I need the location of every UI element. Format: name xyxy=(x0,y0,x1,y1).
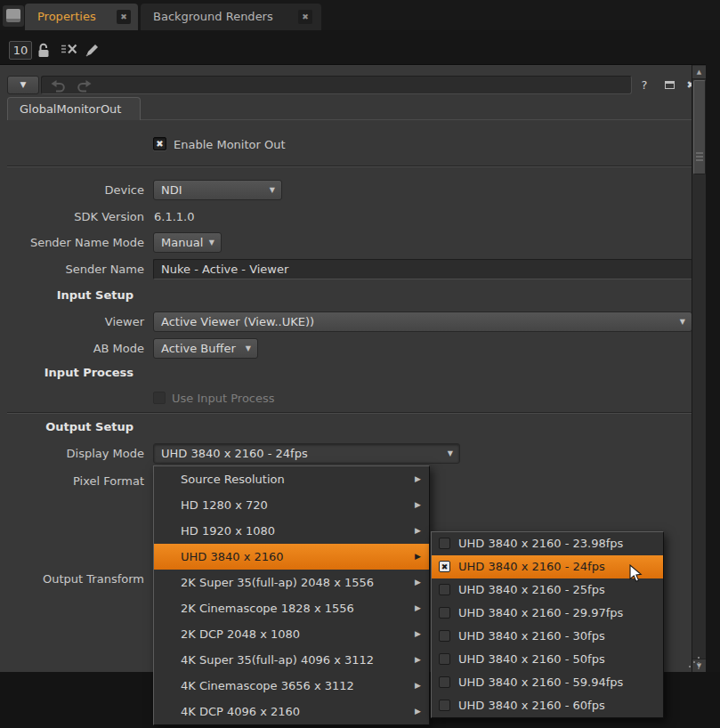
redo-icon[interactable] xyxy=(76,80,92,93)
menu-item-label: 4K DCP 4096 x 2160 xyxy=(181,699,300,724)
display-mode-label: Display Mode xyxy=(0,443,144,464)
enable-monitor-out-checkbox[interactable]: ✖ xyxy=(153,137,166,150)
input-process-group-row: Input Process xyxy=(0,364,700,384)
dropdown-arrow-icon: ▼ xyxy=(680,312,685,331)
menu-item-uhd-3840x2160[interactable]: UHD 3840 x 2160 ▶ xyxy=(154,544,429,570)
edit-pencil-icon[interactable] xyxy=(85,43,107,59)
submenu-item-60fps[interactable]: UHD 3840 x 2160 - 60fps xyxy=(432,694,663,717)
undo-icon[interactable] xyxy=(51,80,67,93)
tab-properties[interactable]: Properties ✖ xyxy=(25,4,138,30)
dropdown-arrow-icon: ▼ xyxy=(270,181,275,199)
undo-icon-svg xyxy=(51,80,66,93)
input-setup-group-row: Input Setup xyxy=(0,287,700,307)
pane-menu-glyph xyxy=(6,9,20,22)
lock-icon-svg xyxy=(37,43,51,58)
display-mode-row: Display Mode UHD 3840 x 2160 - 24fps ▼ xyxy=(0,443,700,464)
viewer-row: Viewer Active Viewer (View..UKE)) ▼ xyxy=(0,311,700,332)
output-setup-group-label: Output Setup xyxy=(0,418,133,436)
menu-item-label: 4K Super 35(full-ap) 4096 x 3112 xyxy=(181,647,374,673)
sdk-version-label: SDK Version xyxy=(0,206,144,227)
submenu-item-29-97fps[interactable]: UHD 3840 x 2160 - 29.97fps xyxy=(432,602,663,625)
device-dropdown[interactable]: NDI ▼ xyxy=(153,180,282,200)
sender-name-mode-dropdown[interactable]: Manual ▼ xyxy=(153,232,222,253)
submenu-item-label: UHD 3840 x 2160 - 25fps xyxy=(458,578,605,602)
dropdown-arrow-icon: ▼ xyxy=(246,339,251,358)
menu-item-hd-1280x720[interactable]: HD 1280 x 720 ▶ xyxy=(154,492,429,518)
panel-title-bar xyxy=(41,76,632,94)
submenu-arrow-icon: ▶ xyxy=(415,466,421,492)
submenu-item-label: UHD 3840 x 2160 - 23.98fps xyxy=(458,532,623,555)
sender-name-mode-row: Sender Name Mode Manual ▼ xyxy=(0,232,700,253)
submenu-item-23-98fps[interactable]: UHD 3840 x 2160 - 23.98fps xyxy=(432,532,663,555)
panel-resize-grip[interactable] xyxy=(687,656,703,670)
submenu-item-25fps[interactable]: UHD 3840 x 2160 - 25fps xyxy=(432,578,663,602)
node-tab-globalmonitorout[interactable]: GlobalMonitorOut xyxy=(7,97,141,120)
submenu-item-label: UHD 3840 x 2160 - 59.94fps xyxy=(458,671,623,694)
submenu-arrow-icon: ▶ xyxy=(415,647,421,673)
submenu-arrow-icon: ▶ xyxy=(415,699,421,724)
scrollbar-thumb[interactable] xyxy=(693,80,706,174)
ab-mode-label: AB Mode xyxy=(0,338,144,359)
submenu-item-59-94fps[interactable]: UHD 3840 x 2160 - 59.94fps xyxy=(432,671,663,694)
submenu-item-30fps[interactable]: UHD 3840 x 2160 - 30fps xyxy=(432,625,663,648)
submenu-arrow-icon: ▶ xyxy=(415,595,421,621)
submenu-arrow-icon: ▶ xyxy=(415,570,421,595)
submenu-item-24fps[interactable]: ✖ UHD 3840 x 2160 - 24fps xyxy=(432,555,663,578)
max-panels-input[interactable]: 10 xyxy=(9,41,32,60)
uhd-framerate-submenu: UHD 3840 x 2160 - 23.98fps ✖ UHD 3840 x … xyxy=(431,531,664,718)
sender-name-mode-label: Sender Name Mode xyxy=(0,232,144,253)
submenu-arrow-icon: ▶ xyxy=(415,518,421,544)
menu-item-label: 2K Super 35(full-ap) 2048 x 1556 xyxy=(181,570,374,595)
menu-item-2k-cinemascope[interactable]: 2K Cinemascope 1828 x 1556 ▶ xyxy=(154,595,429,621)
submenu-arrow-icon: ▶ xyxy=(415,621,421,647)
viewer-dropdown[interactable]: Active Viewer (View..UKE)) ▼ xyxy=(153,311,692,332)
menu-item-label: 4K Cinemascope 3656 x 3112 xyxy=(181,673,354,699)
menu-item-label: UHD 3840 x 2160 xyxy=(181,544,284,570)
help-button[interactable]: ? xyxy=(635,76,653,94)
collapse-panel-button[interactable]: ▼ xyxy=(7,76,39,94)
sender-name-label: Sender Name xyxy=(0,259,144,279)
tab-background-renders-close-icon[interactable]: ✖ xyxy=(298,10,312,24)
dropdown-arrow-icon: ▼ xyxy=(209,233,214,252)
device-value: NDI xyxy=(161,181,182,199)
ab-mode-dropdown[interactable]: Active Buffer ▼ xyxy=(153,338,258,359)
lock-panels-icon[interactable] xyxy=(37,43,59,59)
scroll-up-icon[interactable]: ▲ xyxy=(692,66,706,79)
tab-background-renders[interactable]: Background Renders ✖ xyxy=(141,4,321,30)
clear-panels-icon[interactable] xyxy=(61,43,82,59)
ab-mode-row: AB Mode Active Buffer ▼ xyxy=(0,338,700,359)
vertical-scrollbar[interactable]: ▲ ▼ xyxy=(692,65,706,673)
pane-menu-icon[interactable] xyxy=(3,5,24,27)
checkbox-icon xyxy=(439,584,450,595)
menu-item-4k-super35[interactable]: 4K Super 35(full-ap) 4096 x 3112 ▶ xyxy=(154,647,429,673)
submenu-arrow-icon: ▶ xyxy=(415,673,421,699)
submenu-arrow-icon: ▶ xyxy=(415,492,421,518)
float-panel-button[interactable] xyxy=(660,76,678,94)
submenu-item-50fps[interactable]: UHD 3840 x 2160 - 50fps xyxy=(432,648,663,671)
menu-item-source-resolution[interactable]: Source Resolution ▶ xyxy=(154,466,429,492)
sender-name-input[interactable]: Nuke - Active - Viewer xyxy=(153,259,692,279)
device-row: Device NDI ▼ xyxy=(0,180,700,200)
menu-item-2k-dcp[interactable]: 2K DCP 2048 x 1080 ▶ xyxy=(154,621,429,647)
menu-item-hd-1920x1080[interactable]: HD 1920 x 1080 ▶ xyxy=(154,518,429,544)
viewer-value: Active Viewer (View..UKE)) xyxy=(161,312,314,331)
section-divider xyxy=(7,412,700,413)
dock-tabbar: Properties ✖ Background Renders ✖ xyxy=(0,0,720,30)
display-mode-dropdown[interactable]: UHD 3840 x 2160 - 24fps ▼ xyxy=(153,443,460,464)
menu-item-label: Source Resolution xyxy=(181,466,285,492)
clear-panels-icon-svg xyxy=(61,43,78,55)
tab-background-renders-label: Background Renders xyxy=(153,10,273,23)
tab-properties-close-icon[interactable]: ✖ xyxy=(117,10,131,24)
tab-properties-label: Properties xyxy=(37,10,96,23)
checkbox-icon xyxy=(439,538,450,549)
use-input-process-checkbox[interactable] xyxy=(153,392,166,404)
menu-item-4k-cinemascope[interactable]: 4K Cinemascope 3656 x 3112 ▶ xyxy=(154,673,429,699)
menu-item-2k-super35[interactable]: 2K Super 35(full-ap) 2048 x 1556 ▶ xyxy=(154,570,429,595)
enable-monitor-out-label: Enable Monitor Out xyxy=(174,134,286,155)
input-process-group-label: Input Process xyxy=(0,364,133,382)
menu-item-4k-dcp[interactable]: 4K DCP 4096 x 2160 ▶ xyxy=(154,699,429,724)
output-transform-label: Output Transform xyxy=(0,569,144,589)
redo-icon-svg xyxy=(77,80,92,93)
use-input-process-row: Use Input Process xyxy=(0,388,700,408)
scrollbar-grip xyxy=(696,152,703,154)
